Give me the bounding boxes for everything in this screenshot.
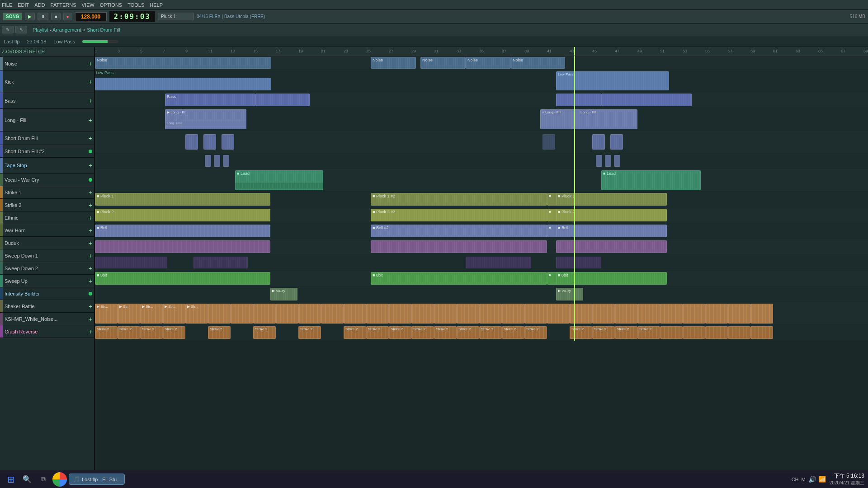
clip-strike1-27[interactable] [683, 304, 705, 324]
clip-strike2-7[interactable]: Strike 2 [298, 326, 321, 339]
clip-strike1-10[interactable] [298, 304, 321, 324]
clip-tape-6[interactable] [614, 155, 620, 167]
clip-strike2-12[interactable]: Strike 2 [434, 326, 457, 339]
clip-8bit-1[interactable]: ■ 8bit [95, 272, 270, 285]
clip-strike2-19[interactable]: Strike 2 [615, 326, 637, 339]
track-row-vocal[interactable]: ▶ Vo..ry ▶ Vo..ry [95, 286, 868, 302]
clip-strike1-14[interactable] [389, 304, 411, 324]
clip-strike2-15[interactable]: Strike 2 [502, 326, 524, 339]
clip-tape-2[interactable] [214, 155, 220, 167]
clip-strike1-13[interactable] [366, 304, 389, 324]
clip-strike2-20[interactable]: Strike 2 [637, 326, 660, 339]
clip-strike1-5[interactable]: ▶ Str... [185, 304, 208, 324]
clip-strike1-8[interactable] [253, 304, 276, 324]
clip-long-fill-vol[interactable]: Long_lume [165, 121, 246, 127]
clip-8bit-2[interactable]: ■ 8bit [371, 272, 547, 285]
clip-bell-2[interactable]: ■ Bell #2 [371, 225, 547, 237]
track-row-long-fill[interactable]: ▶ Long - Fill Long_lume × Long - Fill [95, 108, 868, 131]
menu-view[interactable]: VIEW [82, 2, 94, 8]
chrome-icon[interactable] [52, 472, 67, 487]
play-button[interactable]: ▶ [25, 13, 35, 20]
clip-pluck1-2[interactable]: ■ Pluck 1 #2 [371, 193, 547, 206]
clip-strike1-26[interactable] [660, 304, 683, 324]
track-item-noise[interactable]: Noise + [0, 57, 94, 70]
clip-tape-3[interactable] [223, 155, 229, 167]
clip-strike2-25[interactable] [750, 326, 773, 339]
fl-studio-app[interactable]: 🎵 Lost.flp - FL Stu... [69, 474, 125, 485]
clip-noise-4[interactable]: Noise [466, 57, 511, 69]
clip-strike2-13[interactable]: Strike 2 [457, 326, 479, 339]
clip-strike2-3[interactable]: Strike 2 [140, 326, 163, 339]
clip-kick-main[interactable] [95, 78, 271, 90]
menu-file[interactable]: FILE [2, 2, 12, 8]
clip-noise-2[interactable]: Noise [371, 57, 416, 69]
clip-strike1-20[interactable] [524, 304, 547, 324]
track-row-short-drum[interactable] [95, 131, 868, 153]
clip-pluck1-4[interactable]: ■ Pluck 1 [556, 193, 667, 206]
start-button[interactable]: ⊞ [4, 472, 18, 487]
stop-button[interactable]: ■ [51, 13, 60, 20]
clip-strike1-16[interactable] [434, 304, 457, 324]
track-row-tape-stop[interactable] [95, 153, 868, 169]
track-item-sweep-up[interactable]: Sweep Up + [0, 275, 94, 287]
track-item-short-drum2[interactable]: Short Drum Fill #2 [0, 145, 94, 158]
clip-pluck2-1[interactable]: ■ Pluck 2 [95, 209, 270, 221]
clip-strike1-18[interactable] [479, 304, 502, 324]
search-icon[interactable]: 🔍 [20, 472, 34, 487]
track-item-war-horn[interactable]: War Horn + [0, 224, 94, 237]
menu-tools[interactable]: TOOLS [127, 2, 144, 8]
clip-strike2-10[interactable]: Strike 2 [389, 326, 411, 339]
task-view-icon[interactable]: ⧉ [36, 472, 51, 487]
clip-strike2-23[interactable] [705, 326, 728, 339]
track-row-bell[interactable]: ■ Bell ■ Bell #2 ■ ■ Bell [95, 223, 868, 239]
clip-short-6[interactable] [610, 134, 623, 150]
clip-strike2-18[interactable]: Strike 2 [592, 326, 615, 339]
track-row-crash-dim[interactable] [95, 255, 868, 271]
clip-tape-1[interactable] [205, 155, 211, 167]
track-item-crash[interactable]: Crash Reverse + [0, 325, 94, 338]
track-row-strike2[interactable]: Strike 2 Strike 2 Strike 2 Strike 2 [95, 325, 868, 341]
clip-strike2-17[interactable]: Strike 2 [570, 326, 592, 339]
clip-strike1-6[interactable] [208, 304, 231, 324]
clip-short-5[interactable] [592, 134, 605, 150]
track-item-tape-stop[interactable]: Tape Stop + [0, 158, 94, 174]
clip-strike2-22[interactable] [683, 326, 705, 339]
network-icon[interactable]: 📶 [819, 476, 826, 483]
track-item-ethnic[interactable]: Ethnic + [0, 211, 94, 224]
clip-pluck2-4[interactable]: ■ Pluck 2 [556, 209, 667, 221]
track-row-8bit[interactable]: ■ 8bit ■ 8bit ■ ■ 8bit [95, 271, 868, 286]
clip-pluck1-1[interactable]: ■ Pluck 1 [95, 193, 270, 206]
instrument-selector[interactable]: Pluck 1 [158, 13, 194, 20]
clip-strike2-11[interactable]: Strike 2 [411, 326, 434, 339]
track-item-intensity[interactable]: Intensity Builder [0, 287, 94, 300]
clip-strike1-1[interactable]: ▶ Str... [95, 304, 118, 324]
clip-bell-1[interactable]: ■ Bell [95, 225, 270, 237]
clip-strike1-4[interactable]: ▶ Str... [163, 304, 185, 324]
clip-strike2-2[interactable]: Strike 2 [118, 326, 140, 339]
clip-strike2-4[interactable]: Strike 2 [163, 326, 185, 339]
clip-noise-3[interactable]: Noise [420, 57, 466, 69]
track-row-pluck1[interactable]: ■ Pluck 1 ■ Pluck 1 #2 ■ ■ Pluck 1 [95, 192, 868, 207]
clip-crash-1[interactable] [95, 240, 270, 253]
clip-crash-3[interactable] [556, 240, 667, 253]
clip-long-fill-3[interactable]: Long - Fill [579, 109, 637, 129]
menu-help[interactable]: HELP [150, 2, 163, 8]
bpm-display[interactable]: 128.000 [75, 12, 107, 21]
track-item-vocal[interactable]: Vocal - War Cry [0, 174, 94, 186]
clip-bass-1[interactable]: Bass [165, 94, 255, 106]
clip-strike1-28[interactable] [705, 304, 728, 324]
tool-pencil[interactable]: ✎ [2, 26, 14, 33]
clip-strike1-12[interactable] [344, 304, 366, 324]
track-item-sweep-down1[interactable]: Sweep Down 1 + [0, 249, 94, 262]
clip-strike1-19[interactable] [502, 304, 524, 324]
clip-strike1-3[interactable]: ▶ Str... [140, 304, 163, 324]
clip-8bit-4[interactable]: ■ 8bit [556, 272, 667, 285]
menu-add[interactable]: ADD [34, 2, 45, 8]
clip-short-3[interactable] [222, 134, 234, 150]
track-item-strike2[interactable]: Strike 2 + [0, 199, 94, 211]
clip-bass-3[interactable] [556, 94, 601, 106]
clip-pluck2-2[interactable]: ■ Pluck 2 #2 [371, 209, 547, 221]
clip-strike1-11[interactable] [321, 304, 344, 324]
clip-strike1-22[interactable] [570, 304, 592, 324]
track-row-crash[interactable] [95, 239, 868, 255]
